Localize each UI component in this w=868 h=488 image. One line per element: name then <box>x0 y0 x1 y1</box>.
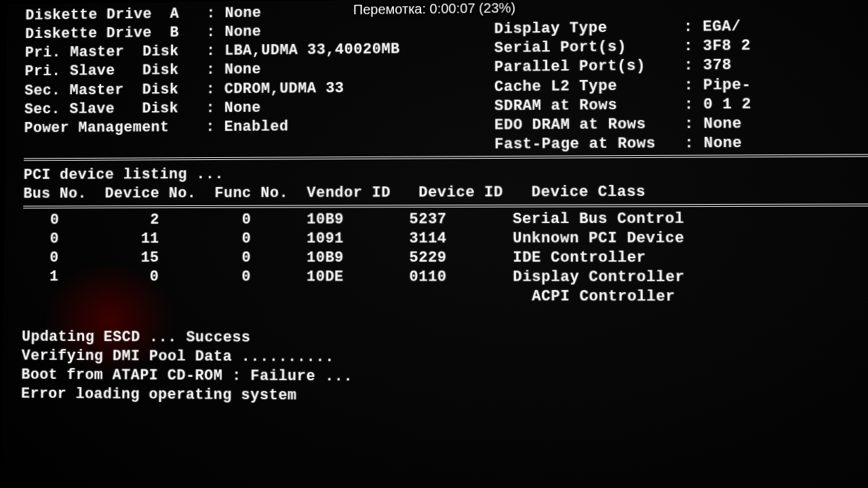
bios-post-screen: Diskette Drive A : NoneDiskette Drive B … <box>21 0 868 410</box>
pci-columns: Bus No. Device No. Func No. Vendor ID De… <box>23 182 868 204</box>
separator <box>23 203 868 208</box>
pci-rows: 0 2 0 10B9 5237 Serial Bus Control 0 11 … <box>22 209 868 308</box>
pci-row: 0 11 0 1091 3114 Unknown PCI Device <box>23 228 868 249</box>
pci-heading: PCI device listing ... <box>24 163 868 186</box>
pci-row: 1 0 0 10DE 0110 Display Controller <box>22 268 868 288</box>
playback-overlay: Перемотка: 0:00:07 (23%) <box>353 0 515 19</box>
pci-row: ACPI Controller <box>22 287 868 308</box>
pci-listing: PCI device listing ... Bus No. Device No… <box>22 160 868 308</box>
pci-row: 0 15 0 10B9 5229 IDE Controller <box>22 248 868 268</box>
boot-status: Updating ESCD ... SuccessVerifying DMI P… <box>21 306 868 410</box>
system-summary: Diskette Drive A : NoneDiskette Drive B … <box>24 0 868 157</box>
pci-row: 0 2 0 10B9 5237 Serial Bus Control <box>23 209 868 230</box>
status-line: Error loading operating system <box>21 385 868 410</box>
